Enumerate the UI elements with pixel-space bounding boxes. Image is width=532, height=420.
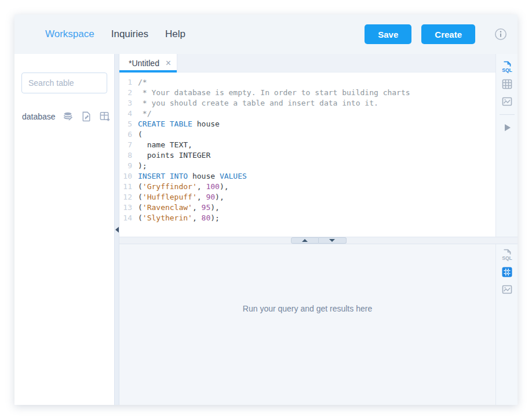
line-number: 14 [119,213,137,223]
line-number: 10 [119,171,137,182]
tab-close-icon[interactable]: × [166,59,171,68]
export-document-icon[interactable] [81,111,92,122]
run-query-icon[interactable] [501,121,513,134]
code-line: 9); [119,161,495,171]
sql-view-icon[interactable]: SQL [501,248,513,261]
line-number: 3 [119,98,137,108]
left-sidebar: database [14,54,114,405]
line-number: 2 [119,88,137,98]
editor-panel: *Untitled × 1/*2 * Your database is empt… [119,54,518,237]
code-text: ('Slytherin', 80); [137,213,220,223]
code-segment-keyword: CREATE TABLE [138,120,192,128]
code-segment-plain: ), [215,193,224,201]
code-segment-keyword: VALUES [220,172,247,180]
code-segment-plain: , [197,182,206,191]
chart-view-icon[interactable] [501,283,513,296]
results-tool-strip: SQL [495,244,518,405]
code-segment-number: 90 [206,193,215,201]
database-stack-icon[interactable] [63,111,74,122]
code-text: INSERT INTO house VALUES [137,171,247,182]
chart-view-icon[interactable] [501,95,513,108]
code-segment-plain: , [192,213,202,222]
code-segment-comment: */ [138,109,151,118]
line-number: 4 [119,108,137,119]
code-line: 4 */ [119,108,495,119]
code-segment-number: 100 [206,182,219,191]
code-segment-plain: ); [138,161,147,170]
code-line: 11('Gryffindor', 100), [119,182,495,192]
database-row: database [21,111,107,122]
add-table-icon[interactable] [99,111,111,122]
code-text: points INTEGER [137,150,210,161]
code-line: 10INSERT INTO house VALUES [119,171,495,182]
line-number: 6 [119,129,137,140]
code-text: ); [137,161,147,171]
editor-tool-strip: SQL [495,54,518,237]
arrow-down-icon [329,239,335,242]
code-line: 6( [119,129,495,140]
line-number: 13 [119,202,137,213]
code-line: 8 points INTEGER [119,150,495,161]
arrow-up-icon [302,239,308,242]
line-number: 11 [119,182,137,192]
save-button[interactable]: Save [365,24,411,44]
code-text: ('Ravenclaw', 95), [137,202,220,213]
code-segment-plain: , [197,193,206,201]
collapse-left-icon [115,227,119,233]
info-icon[interactable] [494,28,507,41]
sidebar-collapse-handle[interactable] [114,54,119,405]
app-window: Workspace Inquiries Help Save Create dat… [14,15,518,405]
code-segment-plain: ), [210,203,220,212]
expand-editor-button[interactable] [291,237,319,244]
database-label: database [22,112,56,121]
panel-resize-splitter[interactable] [119,237,518,244]
code-line: 13('Ravenclaw', 95), [119,202,495,213]
code-text: * Your database is empty. In order to st… [137,88,410,98]
create-button[interactable]: Create [421,24,475,44]
code-line: 3 * you should create a table and insert… [119,98,495,108]
code-segment-plain: ( [138,213,143,222]
sql-editor[interactable]: 1/*2 * Your database is empty. In order … [119,73,495,237]
code-text: */ [137,108,151,119]
expand-results-button[interactable] [319,237,347,244]
code-segment-string: 'Ravenclaw' [143,203,192,212]
line-number: 1 [119,77,137,88]
code-text: ('Gryffindor', 100), [137,182,229,192]
code-text: name TEXT, [137,140,192,150]
code-line: 5CREATE TABLE house [119,119,495,129]
code-segment-plain: ), [220,182,229,191]
results-placeholder-text: Run your query and get results here [243,304,372,405]
top-navbar: Workspace Inquiries Help Save Create [14,15,518,54]
line-number: 8 [119,150,137,161]
code-text: * you should create a table and insert d… [137,98,378,108]
code-text: /* [137,77,147,88]
code-segment-plain: house [192,120,220,128]
code-segment-plain: house [188,172,220,180]
nav-link-help[interactable]: Help [165,28,185,40]
search-table-input[interactable] [21,73,107,93]
nav-link-inquiries[interactable]: Inquiries [111,28,148,40]
code-segment-keyword: INSERT INTO [138,172,188,180]
code-segment-string: 'Slytherin' [143,213,192,222]
svg-text:SQL: SQL [502,67,512,73]
line-number: 12 [119,192,137,202]
code-segment-plain: ); [210,213,220,222]
code-line: 14('Slytherin', 80); [119,213,495,223]
results-panel: Run your query and get results here SQL [119,244,518,405]
code-line: 12('Hufflepuff', 90), [119,192,495,202]
tab-untitled[interactable]: *Untitled × [119,54,177,72]
table-view-icon[interactable] [501,266,513,278]
code-line: 2 * Your database is empty. In order to … [119,88,495,98]
code-segment-comment: /* [138,78,147,86]
line-number: 5 [119,119,137,129]
code-text: CREATE TABLE house [137,119,220,129]
nav-link-workspace[interactable]: Workspace [45,28,94,40]
code-segment-plain: points INTEGER [138,151,210,160]
sql-view-icon[interactable]: SQL [501,60,513,73]
code-segment-plain: ( [138,203,143,212]
code-segment-plain: ( [138,130,143,139]
code-line: 1/* [119,77,495,88]
table-view-icon[interactable] [501,78,513,90]
line-number: 9 [119,161,137,171]
code-segment-plain: ( [138,182,143,191]
